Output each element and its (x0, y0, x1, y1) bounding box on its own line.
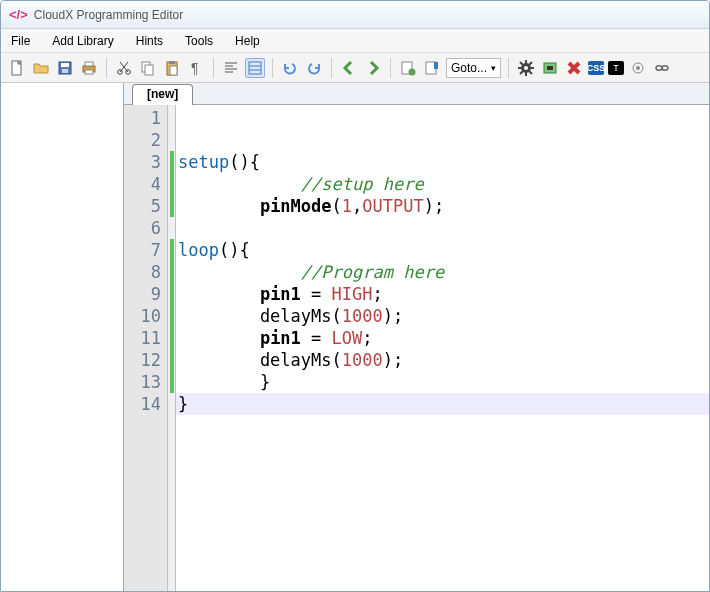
svg-point-43 (662, 65, 668, 69)
separator (106, 58, 107, 78)
open-file-icon[interactable] (31, 58, 51, 78)
toggle-view-icon[interactable] (245, 58, 265, 78)
separator (213, 58, 214, 78)
menu-file[interactable]: File (11, 34, 30, 48)
svg-line-34 (520, 62, 523, 65)
title-bar: </> CloudX Programming Editor (1, 1, 709, 29)
svg-rect-14 (169, 61, 175, 64)
menu-bar: File Add Library Hints Tools Help (1, 29, 709, 53)
nav-forward-icon[interactable] (363, 58, 383, 78)
save-icon[interactable] (55, 58, 75, 78)
menu-hints[interactable]: Hints (136, 34, 163, 48)
fold-column[interactable] (168, 105, 176, 592)
pilcrow-icon[interactable]: ¶ (186, 58, 206, 78)
terminal-icon[interactable]: T (608, 61, 624, 75)
separator (331, 58, 332, 78)
tab-new[interactable]: [new] (132, 84, 193, 105)
svg-rect-12 (145, 65, 153, 75)
undo-icon[interactable] (280, 58, 300, 78)
cut-icon[interactable] (114, 58, 134, 78)
target-icon[interactable] (628, 58, 648, 78)
goto-dropdown[interactable]: Goto...▾ (446, 58, 501, 78)
svg-point-25 (409, 68, 416, 75)
line-number-gutter: 1234567891011121314 (124, 105, 168, 592)
print-icon[interactable] (79, 58, 99, 78)
menu-help[interactable]: Help (235, 34, 260, 48)
svg-rect-15 (170, 66, 177, 75)
css-badge-icon[interactable]: CSS (588, 61, 604, 75)
new-file-icon[interactable] (7, 58, 27, 78)
gear-icon[interactable] (516, 58, 536, 78)
svg-line-35 (529, 71, 532, 74)
redo-icon[interactable] (304, 58, 324, 78)
code-lines[interactable]: setup(){ //setup here pinMode(1,OUTPUT);… (176, 105, 709, 592)
svg-line-36 (529, 62, 532, 65)
svg-point-41 (636, 66, 640, 70)
svg-rect-21 (249, 62, 261, 74)
menu-tools[interactable]: Tools (185, 34, 213, 48)
svg-rect-5 (85, 62, 93, 66)
code-area[interactable]: 1234567891011121314 setup(){ //setup her… (124, 105, 709, 592)
separator (272, 58, 273, 78)
svg-rect-39 (547, 66, 553, 70)
stop-icon[interactable] (564, 58, 584, 78)
editor: [new] 1234567891011121314 setup(){ //set… (124, 83, 709, 592)
project-pane[interactable] (1, 83, 124, 592)
copy-icon[interactable] (138, 58, 158, 78)
paste-icon[interactable] (162, 58, 182, 78)
separator (508, 58, 509, 78)
workspace: [new] 1234567891011121314 setup(){ //set… (1, 83, 709, 592)
svg-rect-2 (61, 63, 69, 67)
compile-icon[interactable] (398, 58, 418, 78)
window-title: CloudX Programming Editor (34, 8, 183, 22)
board-icon[interactable] (540, 58, 560, 78)
app-logo-icon: </> (9, 7, 28, 22)
svg-point-29 (524, 66, 528, 70)
svg-text:¶: ¶ (191, 60, 199, 76)
bookmark-icon[interactable] (422, 58, 442, 78)
svg-rect-3 (62, 69, 68, 73)
nav-back-icon[interactable] (339, 58, 359, 78)
svg-rect-27 (434, 62, 438, 69)
toolbar: ¶ Goto...▾ CSS T (1, 53, 709, 83)
tab-strip: [new] (124, 83, 709, 105)
separator (390, 58, 391, 78)
menu-add-library[interactable]: Add Library (52, 34, 113, 48)
link-icon[interactable] (652, 58, 672, 78)
align-left-icon[interactable] (221, 58, 241, 78)
svg-line-37 (520, 71, 523, 74)
svg-point-42 (656, 65, 662, 69)
svg-rect-6 (85, 70, 93, 74)
